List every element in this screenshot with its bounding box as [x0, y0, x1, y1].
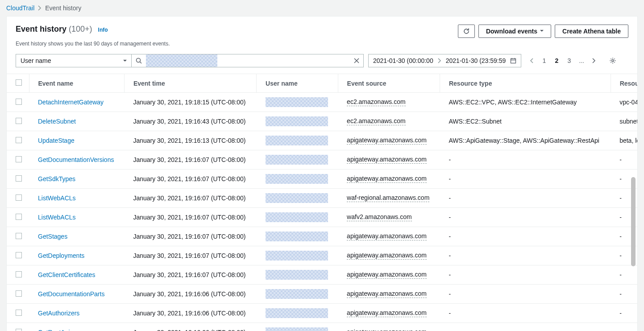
- table-row: GetDocumentationVersionsJanuary 30, 2021…: [7, 150, 637, 170]
- row-checkbox[interactable]: [16, 271, 22, 277]
- event-name-link[interactable]: GetDocumentationVersions: [38, 156, 114, 163]
- row-checkbox[interactable]: [16, 137, 22, 143]
- table-row: GetClientCertificatesJanuary 30, 2021, 1…: [7, 265, 637, 285]
- resource-type-cell: -: [440, 150, 611, 170]
- event-source-cell: apigateway.amazonaws.com: [347, 232, 427, 240]
- event-name-link[interactable]: GetStages: [38, 233, 67, 240]
- event-name-link[interactable]: GetRestApi: [38, 329, 70, 331]
- row-checkbox[interactable]: [16, 99, 22, 105]
- page-prev-button[interactable]: [526, 54, 537, 67]
- col-user-name[interactable]: User name: [257, 74, 338, 93]
- page-2[interactable]: 2: [551, 54, 562, 67]
- resource-type-cell: -: [440, 227, 611, 246]
- event-time-cell: January 30, 2021, 19:16:07 (UTC-08:00): [124, 150, 256, 170]
- user-name-cell: [257, 265, 338, 285]
- event-name-link[interactable]: DeleteSubnet: [38, 118, 76, 125]
- vertical-scrollbar[interactable]: [630, 110, 636, 331]
- create-athena-table-button[interactable]: Create Athena table: [555, 25, 628, 38]
- user-name-cell: [257, 323, 338, 331]
- row-checkbox[interactable]: [16, 310, 22, 316]
- row-checkbox[interactable]: [16, 290, 22, 297]
- resource-type-cell: -: [440, 246, 611, 265]
- event-name-link[interactable]: ListWebACLs: [38, 194, 76, 202]
- col-event-source[interactable]: Event source: [338, 74, 440, 93]
- filter-value-redacted: [146, 54, 217, 67]
- refresh-icon: [463, 28, 470, 35]
- select-all-checkbox[interactable]: [16, 79, 22, 86]
- event-name-link[interactable]: GetClientCertificates: [38, 271, 95, 278]
- chevron-right-icon: [38, 5, 42, 11]
- row-checkbox[interactable]: [16, 175, 22, 182]
- resource-type-cell: -: [440, 189, 611, 208]
- table-row: ListWebACLsJanuary 30, 2021, 19:16:07 (U…: [7, 208, 637, 227]
- date-range-picker[interactable]: 2021-01-30 (00:00:00 2021-01-30 (23:59:5…: [368, 54, 521, 67]
- breadcrumb-root[interactable]: CloudTrail: [6, 4, 34, 12]
- events-table-wrap: Event name Event time User name Event so…: [7, 74, 637, 331]
- row-checkbox[interactable]: [16, 156, 22, 162]
- table-row: GetDocumentationPartsJanuary 30, 2021, 1…: [7, 285, 637, 304]
- table-row: GetSdkTypesJanuary 30, 2021, 19:16:07 (U…: [7, 170, 637, 189]
- page-more[interactable]: ...: [576, 54, 587, 67]
- table-row: DeleteSubnetJanuary 30, 2021, 19:16:43 (…: [7, 112, 637, 131]
- event-time-cell: January 30, 2021, 19:16:07 (UTC-08:00): [124, 208, 256, 227]
- row-checkbox[interactable]: [16, 118, 22, 124]
- user-name-cell: [257, 150, 338, 170]
- resource-type-cell: -: [440, 323, 611, 331]
- col-event-time[interactable]: Event time: [124, 74, 256, 93]
- info-link[interactable]: Info: [98, 27, 108, 33]
- resource-type-cell: -: [440, 265, 611, 285]
- svg-point-6: [612, 60, 614, 62]
- event-time-cell: January 30, 2021, 19:16:07 (UTC-08:00): [124, 265, 256, 285]
- clear-filter-button[interactable]: [350, 58, 363, 63]
- gear-icon: [609, 57, 616, 64]
- filter-toolbar: User name 2021-01-30 (00:00:00 2021-01-3…: [7, 52, 637, 74]
- download-events-button[interactable]: Download events: [478, 25, 551, 38]
- event-count: (100+): [69, 25, 92, 33]
- user-name-cell: [257, 208, 338, 227]
- col-event-name[interactable]: Event name: [29, 74, 124, 93]
- event-name-link[interactable]: ListWebACLs: [38, 214, 76, 221]
- event-time-cell: January 30, 2021, 19:16:43 (UTC-08:00): [124, 112, 256, 131]
- resource-type-cell: AWS::EC2::Subnet: [440, 112, 611, 131]
- user-name-cell: [257, 170, 338, 189]
- row-checkbox[interactable]: [16, 194, 22, 201]
- event-time-cell: January 30, 2021, 19:16:07 (UTC-08:00): [124, 170, 256, 189]
- chevron-left-icon: [530, 58, 533, 63]
- resource-type-cell: -: [440, 304, 611, 323]
- user-name-cell: [257, 131, 338, 150]
- page-1[interactable]: 1: [538, 54, 550, 67]
- table-row: DetachInternetGatewayJanuary 30, 2021, 1…: [7, 93, 637, 112]
- event-source-cell: apigateway.amazonaws.com: [347, 252, 427, 260]
- col-resource-type[interactable]: Resource type: [440, 74, 611, 93]
- event-name-link[interactable]: GetDocumentationParts: [38, 290, 104, 298]
- page-3[interactable]: 3: [563, 54, 575, 67]
- event-time-cell: January 30, 2021, 19:16:07 (UTC-08:00): [124, 189, 256, 208]
- event-name-link[interactable]: UpdateStage: [38, 137, 75, 144]
- resource-type-cell: AWS::EC2::VPC, AWS::EC2::InternetGateway: [440, 93, 611, 112]
- event-time-cell: January 30, 2021, 19:16:07 (UTC-08:00): [124, 227, 256, 246]
- event-time-cell: January 30, 2021, 19:16:07 (UTC-08:00): [124, 246, 256, 265]
- date-end: 2021-01-30 (23:59:59: [446, 57, 506, 64]
- row-checkbox[interactable]: [16, 214, 22, 220]
- row-checkbox[interactable]: [16, 233, 22, 239]
- page-next-button[interactable]: [588, 54, 600, 67]
- event-source-cell: waf-regional.amazonaws.com: [347, 194, 429, 202]
- page-subtitle: Event history shows you the last 90 days…: [7, 41, 637, 52]
- chevron-right-icon: [438, 58, 441, 63]
- user-name-cell: [257, 227, 338, 246]
- event-time-cell: January 30, 2021, 19:16:06 (UTC-08:00): [124, 323, 256, 331]
- filter-attribute-select[interactable]: User name: [16, 54, 132, 67]
- table-settings-button[interactable]: [606, 54, 619, 67]
- refresh-button[interactable]: [458, 25, 475, 38]
- event-name-link[interactable]: GetAuthorizers: [38, 310, 79, 317]
- table-row: ListWebACLsJanuary 30, 2021, 19:16:07 (U…: [7, 189, 637, 208]
- row-checkbox[interactable]: [16, 252, 22, 258]
- row-checkbox[interactable]: [16, 329, 22, 331]
- col-resource-name[interactable]: Resource name: [611, 74, 637, 93]
- page-title: Event history (100+) Info: [16, 25, 108, 34]
- event-name-link[interactable]: DetachInternetGateway: [38, 99, 104, 106]
- event-name-link[interactable]: GetSdkTypes: [38, 175, 75, 182]
- pagination: 1 2 3 ...: [526, 54, 600, 67]
- filter-value-input[interactable]: [217, 54, 350, 67]
- event-name-link[interactable]: GetDeployments: [38, 252, 84, 259]
